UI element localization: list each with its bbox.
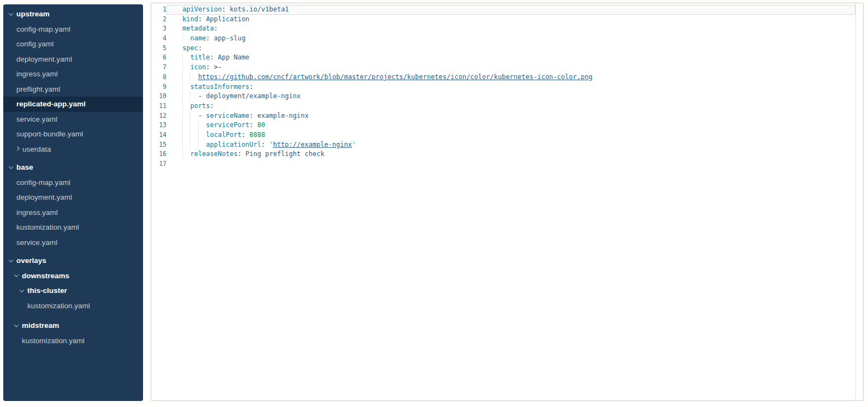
indent-guide [182,149,190,159]
code-line-6[interactable]: 6title: App Name [151,53,863,63]
code-line-3[interactable]: 3metadata: [151,24,863,34]
tree-item-label: config-map.yaml [16,178,70,187]
indent-guide [182,111,190,121]
line-number: 13 [151,121,167,130]
tree-dir-base[interactable]: base [3,160,143,175]
code-line-4[interactable]: 4name: app-slug [151,34,863,44]
tree-item-label: midstream [22,321,59,330]
tree-dir-upstream[interactable]: upstream [3,7,143,22]
tree-file-service.yaml[interactable]: service.yaml [3,112,143,127]
editor-vertical-scrollbar[interactable] [855,3,856,400]
tree-file-deployment.yaml[interactable]: deployment.yaml [3,190,143,205]
line-number: 7 [151,63,167,73]
code-token-plain [214,53,218,61]
code-line-5[interactable]: 5spec: [151,44,863,53]
code-token-key: servicePort [206,121,249,129]
code-token-val: app-slug [214,34,246,42]
code-token-val: Ping preflight check [246,150,325,158]
line-content: ports: [167,101,855,111]
line-number: 17 [151,159,167,169]
line-content: kind: Application [167,15,855,25]
line-number: 2 [151,15,167,25]
indent-guide [182,34,190,44]
indent-guide [182,82,190,92]
code-line-7[interactable]: 7icon: >- [151,63,863,73]
tree-dir-downstreams[interactable]: downstreams [3,268,143,284]
chevron-down-icon [14,273,19,277]
tree-file-deployment.yaml[interactable]: deployment.yaml [3,52,143,67]
indent-guide [182,121,190,130]
code-token-key: statusInformers [190,83,249,91]
line-number: 1 [151,5,167,15]
indent-guide [182,130,190,140]
tree-dir-overlays[interactable]: overlays [3,253,143,268]
code-token-key: kind [182,15,198,23]
tree-file-kustomization.yaml[interactable]: kustomization.yaml [3,333,143,349]
code-token-num: 8888 [249,131,265,139]
tree-file-kustomization.yaml[interactable]: kustomization.yaml [3,220,143,235]
tree-item-label: overlays [16,256,46,265]
tree-item-label: preflight.yaml [16,85,60,93]
tree-dir-midstream[interactable]: midstream [3,318,143,333]
tree-file-replicated-app.yaml[interactable]: replicated-app.yaml [3,97,143,112]
indent-guide [190,121,198,130]
code-line-11[interactable]: 11ports: [151,101,863,111]
code-line-1[interactable]: 1apiVersion: kots.io/v1beta1 [151,5,863,15]
indent-guide [190,111,198,121]
line-content: name: app-slug [167,34,855,44]
indent-guide [182,92,190,101]
chevron-down-icon [14,322,19,327]
code-token-key: spec [182,44,198,52]
line-content: apiVersion: kots.io/v1beta1 [167,5,855,15]
tree-item-label: upstream [16,10,50,18]
tree-file-service.yaml[interactable]: service.yaml [3,235,143,250]
code-line-16[interactable]: 16releaseNotes: Ping preflight check [151,149,863,159]
tree-file-preflight.yaml[interactable]: preflight.yaml [3,82,143,97]
code-line-9[interactable]: 9statusInformers: [151,82,863,92]
line-content: https://github.com/cncf/artwork/blob/mas… [167,73,855,82]
code-line-12[interactable]: 12- serviceName: example-nginx [151,111,863,121]
tree-item-label: config.yaml [16,40,53,48]
line-number: 6 [151,53,167,63]
code-content: 1apiVersion: kots.io/v1beta12kind: Appli… [151,3,863,169]
code-editor[interactable]: 1apiVersion: kots.io/v1beta12kind: Appli… [151,3,864,401]
code-token-punct: : [241,131,245,139]
tree-file-kustomization.yaml[interactable]: kustomization.yaml [3,298,143,314]
code-link[interactable]: http://example-nginx [273,141,352,148]
code-line-13[interactable]: 13servicePort: 80 [151,121,863,130]
code-line-17[interactable]: 17 [151,159,863,169]
tree-file-config-map.yaml[interactable]: config-map.yaml [3,175,143,190]
tree-file-support-bundle.yaml[interactable]: support-bundle.yaml [3,127,143,142]
tree-file-config.yaml[interactable]: config.yaml [3,37,143,52]
chevron-right-icon [15,146,19,151]
tree-file-config-map.yaml[interactable]: config-map.yaml [3,22,143,37]
code-line-15[interactable]: 15applicationUrl: 'http://example-nginx' [151,140,863,150]
code-token-plain [225,5,229,13]
line-content: spec: [167,44,855,53]
code-token-key: apiVersion [182,5,222,13]
indent-guide [190,92,198,101]
tree-file-ingress.yaml[interactable]: ingress.yaml [3,67,143,82]
code-line-2[interactable]: 2kind: Application [151,15,863,25]
tree-item-label: ingress.yaml [16,208,58,217]
indent-guide [182,101,190,111]
chevron-down-icon [9,11,13,15]
code-line-14[interactable]: 14localPort: 8888 [151,130,863,140]
line-number: 8 [151,73,167,82]
code-line-10[interactable]: 10- deployment/example-nginx [151,92,863,101]
line-content: localPort: 8888 [167,130,855,140]
code-token-val: example-nginx [257,112,308,119]
line-content: servicePort: 80 [167,121,855,130]
tree-item-label: service.yaml [16,238,57,247]
tree-item-label: kustomization.yaml [27,302,90,310]
code-line-8[interactable]: 8https://github.com/cncf/artwork/blob/ma… [151,73,863,82]
tree-dir-userdata[interactable]: userdata [3,142,143,157]
code-token-punct: : [249,121,253,129]
code-link[interactable]: https://github.com/cncf/artwork/blob/mas… [198,73,592,81]
tree-dir-this-cluster[interactable]: this-cluster [3,283,143,298]
line-number: 12 [151,111,167,121]
code-token-val: deployment/example-nginx [206,92,300,100]
line-content: icon: >- [167,63,855,73]
tree-file-ingress.yaml[interactable]: ingress.yaml [3,205,143,220]
tree-item-label: deployment.yaml [16,193,72,201]
